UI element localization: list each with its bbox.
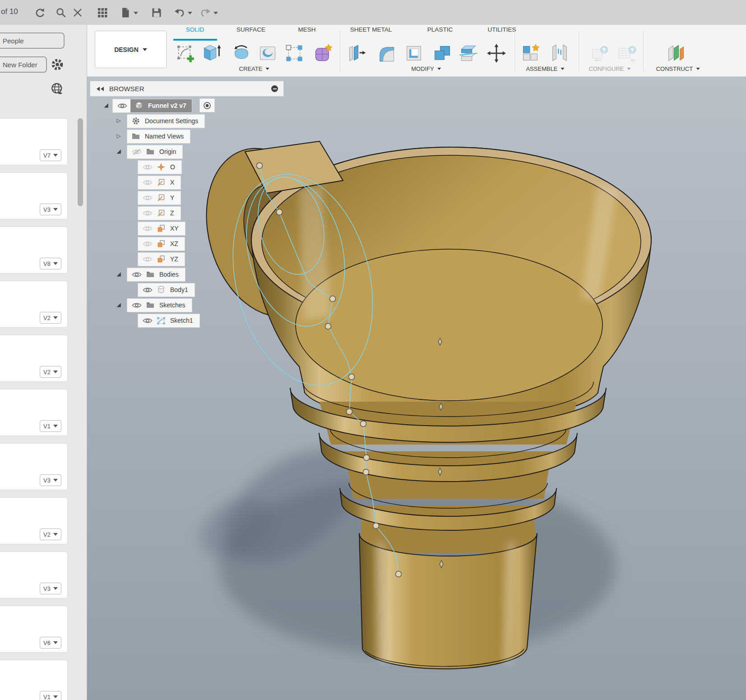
collapse-browser-icon[interactable] [97,87,105,91]
press-pull-icon[interactable] [345,41,368,65]
version-badge[interactable]: V6 [40,637,61,649]
version-card[interactable]: V2 [0,335,68,382]
tree-item-bodies[interactable]: ◢Bodies [0,268,289,281]
close-icon[interactable] [71,6,84,19]
visibility-eye-icon[interactable] [130,148,144,155]
visibility-eye-icon[interactable] [140,164,155,171]
combine-icon[interactable] [431,41,454,65]
group-dropdown-modify[interactable]: MODIFY [411,65,441,72]
tree-item-xy[interactable]: XY [0,222,289,235]
tab-mesh[interactable]: MESH [298,26,315,33]
version-badge[interactable]: V2 [40,366,61,378]
tree-item-origin[interactable]: ◢Origin [0,145,289,158]
refresh-icon[interactable] [33,6,46,19]
chevron-down-icon[interactable] [134,12,138,14]
new-folder-button[interactable]: New Folder [0,56,47,73]
activate-component-radio[interactable] [200,99,214,112]
chevron-down-icon[interactable] [213,12,218,14]
collapse-arrow-icon[interactable]: ◢ [116,271,122,277]
group-dropdown-configure[interactable]: CONFIGURE [589,65,631,72]
search-icon[interactable] [55,6,67,19]
tree-item-label: O [170,163,175,171]
expand-arrow-icon[interactable]: ▷ [116,133,122,139]
app-grid-icon[interactable] [96,6,109,19]
group-dropdown-create[interactable]: CREATE [239,65,269,72]
group-dropdown-construct[interactable]: CONSTRUCT [656,65,700,72]
visibility-eye-icon[interactable] [140,241,155,247]
undo-icon[interactable] [173,6,186,19]
file-new-icon[interactable] [119,6,132,19]
tab-surface[interactable]: SURFACE [236,26,265,33]
workspace-selector[interactable]: DESIGN [95,31,167,68]
visibility-eye-icon[interactable] [130,302,144,309]
revolve-icon[interactable] [230,41,253,65]
visibility-eye-icon[interactable] [140,287,155,293]
visibility-eye-icon[interactable] [140,256,155,263]
expand-arrow-icon[interactable]: ▷ [116,117,122,124]
hole-icon[interactable] [256,41,279,65]
visibility-eye-icon[interactable] [140,179,155,186]
data-panel-scrollbar[interactable] [78,118,83,700]
chevron-down-icon[interactable] [188,12,192,14]
tree-item-x[interactable]: X [0,176,289,189]
version-card[interactable]: V1 [0,660,68,700]
tree-item-xz[interactable]: XZ [0,237,289,250]
construction-plane-icon[interactable] [664,41,687,65]
tree-item-named-views[interactable]: ▷Named Views [0,130,289,143]
version-card[interactable]: V6 [0,606,68,653]
visibility-eye-icon[interactable] [115,102,130,109]
tab-utilities[interactable]: UTILITIES [487,26,516,33]
fillet-icon[interactable] [374,41,398,65]
shell-icon[interactable] [402,41,426,65]
version-card[interactable]: V2 [0,497,68,544]
version-badge[interactable]: V3 [40,583,61,594]
form-icon[interactable] [311,41,335,65]
version-badge[interactable]: V1 [40,691,61,700]
tree-item-y[interactable]: Y [0,191,289,204]
visibility-eye-icon[interactable] [130,271,144,278]
collapse-arrow-icon[interactable]: ◢ [116,301,122,308]
settings-gear-icon[interactable] [50,57,65,72]
tree-item-document-settings[interactable]: ▷Document Settings [0,114,289,128]
tab-sheet-metal[interactable]: SHEET METAL [350,26,392,33]
collapse-arrow-icon[interactable]: ◢ [103,102,109,108]
globe-eye-icon[interactable] [50,82,65,97]
version-card[interactable]: V1 [0,389,68,436]
split-body-icon[interactable] [457,41,480,65]
tree-item-body1[interactable]: Body1 [0,283,289,297]
joint-icon[interactable] [548,41,571,65]
browser-panel-header[interactable]: BROWSER [90,81,283,96]
version-badge[interactable]: V2 [40,528,61,540]
collapse-arrow-icon[interactable]: ◢ [116,148,122,154]
rectangular-pattern-icon[interactable] [283,41,306,65]
visibility-eye-icon[interactable] [140,225,155,232]
tree-item-sketch1[interactable]: Sketch1 [0,314,289,327]
version-card[interactable]: V3 [0,443,68,490]
tree-item-sketches[interactable]: ◢Sketches [0,298,289,312]
save-icon[interactable] [150,6,163,19]
minimize-browser-icon[interactable] [271,85,278,92]
tree-item-z[interactable]: Z [0,206,289,220]
people-tab[interactable]: People [0,32,65,49]
visibility-eye-icon[interactable] [140,195,155,201]
visibility-eye-icon[interactable] [140,317,155,324]
configuration-table-icon[interactable] [616,41,639,65]
tree-item-o[interactable]: O [0,160,289,174]
tab-solid[interactable]: SOLID [186,26,204,33]
group-dropdown-assemble[interactable]: ASSEMBLE [526,65,564,72]
tree-item-funnel-v2-v7[interactable]: ◢Funnel v2 v7 [0,99,289,112]
extrude-icon[interactable] [200,41,224,65]
gear-icon [130,116,142,125]
redo-icon[interactable] [199,6,212,19]
tree-row-strip: Body1 [138,283,195,297]
new-component-icon[interactable] [519,41,542,65]
visibility-eye-icon[interactable] [140,210,155,217]
tab-plastic[interactable]: PLASTIC [427,26,453,33]
configuration-icon[interactable] [588,41,612,65]
version-badge[interactable]: V3 [40,474,61,486]
tree-item-yz[interactable]: YZ [0,252,289,266]
create-sketch-icon[interactable] [173,41,197,65]
move-icon[interactable] [485,41,508,65]
version-card[interactable]: V3 [0,552,68,598]
version-badge[interactable]: V1 [40,420,61,432]
